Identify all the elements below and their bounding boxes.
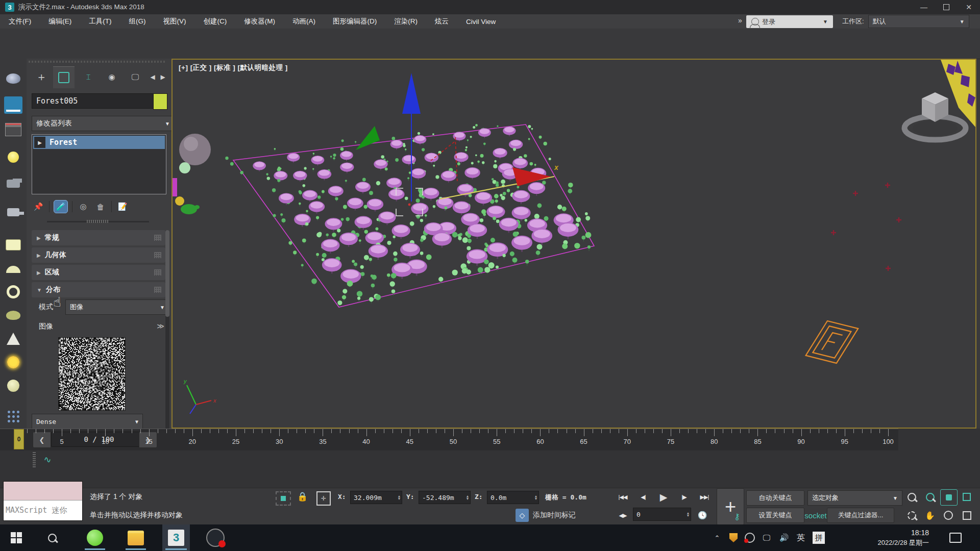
tray-ime-pinyin[interactable]: 拼 [811,524,827,551]
panel-grip[interactable] [29,61,166,63]
ring-icon[interactable] [4,283,22,300]
zoom-extents-icon[interactable] [940,489,958,506]
rollout-distribution[interactable]: ▼ 分布 [32,282,165,297]
selection-lock-icon[interactable]: 🔒 [297,491,308,502]
panel-tabs-prev-arrow[interactable]: ◀ [148,66,157,88]
zoom-extents-all-icon[interactable] [959,489,975,505]
current-frame-field[interactable]: 0 [633,508,691,521]
tray-clock[interactable]: 18:18 2022/2/28 星期一 [837,524,929,551]
zoom-all-icon[interactable] [922,489,938,505]
menu-item-0[interactable]: 文件(F) [0,14,40,29]
tray-network-icon[interactable]: 🖵 [758,524,775,551]
taskbar-3dsmax-button[interactable]: 3 [162,524,190,551]
forest-pack-logo[interactable] [806,321,859,363]
z-coord-field[interactable]: 0.0m [487,491,539,504]
auto-key-button[interactable]: 自动关键点 [746,490,804,506]
restore-button[interactable] [935,0,958,14]
time-slider-handle[interactable]: 0 [14,429,24,449]
viewport[interactable]: yx [172,59,976,429]
menu-overflow-chevron[interactable]: » [735,16,745,24]
camera-lister-icon[interactable] [4,175,22,192]
rollout-1[interactable]: ▶几何体 [32,247,165,263]
y-spinner[interactable]: ▲▼ [464,491,471,504]
cloud-render-icon[interactable] [4,96,22,114]
next-frame-playback-button[interactable]: |▶ [676,489,692,505]
map-preset-dropdown[interactable]: Dense ▼ [32,414,143,429]
go-to-start-button[interactable]: |◀◀ [615,489,631,505]
teapot-render-icon[interactable] [4,70,22,87]
add-time-tag-text[interactable]: 添加时间标记 [533,511,576,520]
workspace-dropdown[interactable]: 默认 ▼ [868,15,969,28]
key-filters-button[interactable]: 关键点过滤器... [827,508,894,523]
make-unique-icon[interactable]: ◎ [77,201,90,213]
go-to-end-button[interactable]: ▶▶| [696,489,713,505]
minimize-button[interactable]: — [913,0,935,14]
configure-modifier-sets-icon[interactable]: 📝 [116,201,129,213]
field-of-view-icon[interactable] [903,508,920,523]
tab-hierarchy[interactable]: ⌶ [78,66,99,88]
rollout-0[interactable]: ▶常规 [32,230,165,245]
viewport-label[interactable]: [+] [正交 ] [标准 ] [默认明暗处理 ] [179,63,288,72]
object-name-field[interactable]: Forest005 [32,93,157,109]
frame-spinner[interactable]: ▲▼ [685,508,691,521]
pin-stack-icon[interactable]: 📌 [32,201,45,213]
previous-frame-button[interactable]: ❮ [33,432,51,448]
frame-counter-field[interactable]: 0 / 100 [51,432,147,447]
key-mode-toggle[interactable]: ◀▶ [615,508,631,523]
menu-item-7[interactable]: 动画(A) [284,14,324,29]
cone-icon[interactable] [4,330,22,347]
particles-icon[interactable] [4,408,22,425]
pan-hand-icon[interactable]: ✋ [922,508,938,523]
menu-item-11[interactable]: Civil View [457,14,504,29]
menu-item-3[interactable]: 组(G) [120,14,155,29]
zoom-icon[interactable] [903,489,920,505]
object-color-swatch[interactable] [153,93,167,110]
show-end-result-icon[interactable]: 🧪 [54,200,68,213]
teapot-icon[interactable] [4,307,22,324]
time-tag-cube-icon[interactable]: ◇ [516,509,529,522]
rollout-2[interactable]: ▶区域 [32,265,165,280]
orbit-icon[interactable] [940,508,957,523]
taskbar-browser-button[interactable] [82,524,108,551]
panel-tabs-next-arrow[interactable]: ▶ [158,66,167,88]
menu-item-1[interactable]: 编辑(E) [40,14,80,29]
trackbar-grip[interactable] [33,452,36,467]
login-button[interactable]: 登录 ▼ [746,15,833,28]
taskbar-obs-button[interactable] [202,524,229,551]
remove-modifier-icon[interactable]: 🗑 [94,201,107,213]
menu-item-10[interactable]: 炫云 [426,14,457,29]
tray-obs-icon[interactable] [742,524,757,551]
play-button[interactable]: ▶ [655,489,672,505]
tab-create[interactable]: ＋ [31,66,52,88]
maxscript-pink-pane[interactable] [4,482,82,500]
isolate-selection-icon[interactable] [276,491,291,506]
start-button[interactable] [5,524,28,551]
menu-item-5[interactable]: 创建(C) [195,14,236,29]
tab-modify[interactable] [53,66,75,88]
modifier-stack-item-forest[interactable]: ▶ Forest [33,136,165,149]
time-configuration-icon[interactable]: 🕓 [694,508,710,523]
menu-item-6[interactable]: 修改器(M) [235,14,284,29]
tray-shield-icon[interactable] [726,524,741,551]
previous-frame-playback-button[interactable]: ◀| [635,489,651,505]
modifier-list-dropdown[interactable]: 修改器列表 ▼ [32,116,175,131]
y-coord-field[interactable]: -52.489m [419,491,471,504]
set-keys-button[interactable]: +⚷ [717,488,744,525]
panel-scrollbar-thumb[interactable] [165,230,169,317]
panel-splitter-grip[interactable] [87,220,109,223]
plane-icon[interactable] [4,236,22,254]
maxscript-mini-listener[interactable]: MAXScript 迷你 [3,481,83,521]
tab-display[interactable]: 🖵 [125,66,146,88]
tray-volume-icon[interactable]: 🔊 [776,524,792,551]
camera-icon[interactable] [4,204,22,221]
menu-item-4[interactable]: 视图(V) [155,14,195,29]
dome-icon[interactable] [4,261,22,278]
mini-curve-editor-icon[interactable]: ∿ [40,451,55,468]
taskbar-search-button[interactable] [41,524,63,551]
taskbar-explorer-button[interactable] [122,524,149,551]
x-spinner[interactable]: ▲▼ [396,491,402,504]
distribution-mode-dropdown[interactable]: 图像 ▼ [65,299,169,315]
default-tangent-icon[interactable]: socket [807,508,824,523]
close-button[interactable]: ✕ [958,0,980,14]
panel-scrollbar[interactable] [165,230,169,429]
